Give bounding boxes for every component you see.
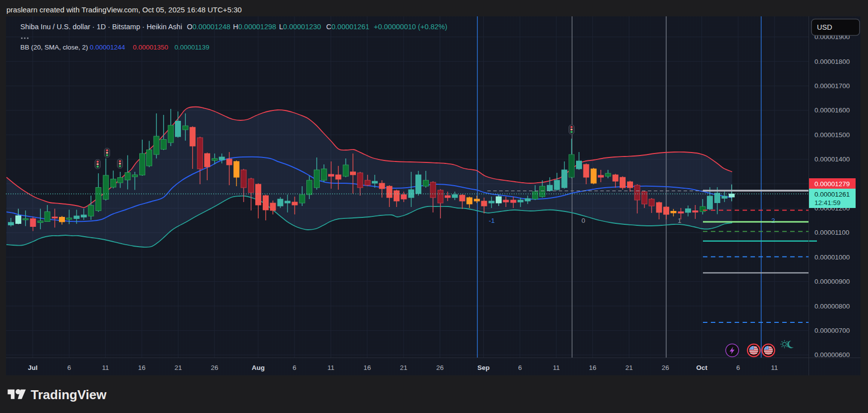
svg-text:16: 16 <box>138 364 146 371</box>
svg-text:12:41:59: 12:41:59 <box>814 199 841 206</box>
svg-text:2: 2 <box>771 217 775 224</box>
svg-text:11: 11 <box>327 364 334 371</box>
svg-text:0.00000700: 0.00000700 <box>814 327 850 334</box>
svg-text:0.00001600: 0.00001600 <box>814 106 850 114</box>
svg-text:26: 26 <box>436 364 444 371</box>
svg-text:6: 6 <box>518 364 522 371</box>
svg-text:0.00001000: 0.00001000 <box>814 254 850 261</box>
svg-text:Aug: Aug <box>252 364 265 371</box>
svg-text:0.00001279: 0.00001279 <box>814 180 850 188</box>
svg-text:0.00001350: 0.00001350 <box>133 44 168 51</box>
svg-text:0.00001700: 0.00001700 <box>814 82 850 90</box>
svg-text:6: 6 <box>292 364 296 371</box>
svg-text:6: 6 <box>67 364 71 371</box>
svg-text:26: 26 <box>211 364 218 371</box>
svg-text:BB (20, SMA, close, 2): BB (20, SMA, close, 2) <box>20 44 88 51</box>
svg-text:0.00001100: 0.00001100 <box>814 229 849 236</box>
svg-text:0.00000800: 0.00000800 <box>814 303 850 310</box>
svg-text:0: 0 <box>581 217 585 224</box>
svg-text:praslearn created with Trading: praslearn created with TradingView.com, … <box>6 5 242 14</box>
svg-text:16: 16 <box>363 364 371 371</box>
svg-text:21: 21 <box>400 364 407 371</box>
svg-text:Sep: Sep <box>477 364 490 371</box>
svg-text:21: 21 <box>625 364 633 371</box>
svg-text:0.00000600: 0.00000600 <box>814 351 850 359</box>
svg-text:6: 6 <box>736 364 740 371</box>
svg-text:11: 11 <box>102 364 109 371</box>
svg-text:21: 21 <box>174 364 182 371</box>
svg-text:0.00001261: 0.00001261 <box>814 191 850 198</box>
svg-text:0.00001244: 0.00001244 <box>90 44 125 51</box>
svg-text:0.00001500: 0.00001500 <box>814 131 850 139</box>
svg-text:0.00001800: 0.00001800 <box>814 58 850 65</box>
svg-text:Oct: Oct <box>696 364 707 371</box>
svg-text:Jul: Jul <box>28 364 38 371</box>
svg-text:0.00001400: 0.00001400 <box>814 155 850 163</box>
svg-text:TradingView: TradingView <box>31 387 107 402</box>
svg-text:11: 11 <box>771 364 778 371</box>
svg-text:11: 11 <box>553 364 560 371</box>
svg-text:26: 26 <box>662 364 669 371</box>
svg-text:-1: -1 <box>489 217 495 224</box>
svg-text:Shiba Inu / U.S. dollar · 1D ·: Shiba Inu / U.S. dollar · 1D · Bitstamp … <box>20 23 447 31</box>
svg-text:0.00000900: 0.00000900 <box>814 278 850 285</box>
svg-text:USD: USD <box>817 23 832 31</box>
svg-text:16: 16 <box>589 364 596 371</box>
svg-text:0.00001139: 0.00001139 <box>174 44 209 51</box>
